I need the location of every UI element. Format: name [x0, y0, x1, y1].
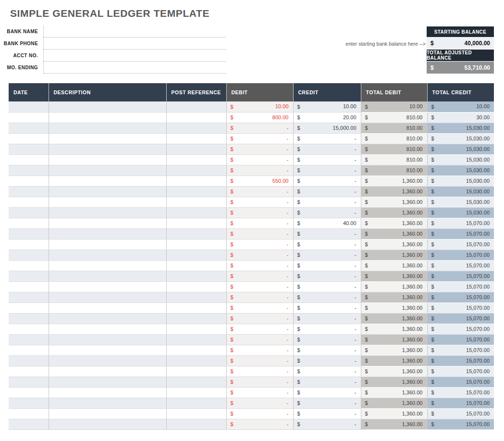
total-credit-cell[interactable]: $15,070.00 [427, 281, 494, 292]
total-debit-cell[interactable]: $810.00 [361, 154, 427, 165]
total-debit-cell[interactable]: $1,360.00 [361, 186, 427, 197]
credit-cell[interactable]: $- [293, 408, 361, 419]
debit-cell[interactable]: $- [226, 228, 293, 239]
credit-cell[interactable]: $- [293, 281, 361, 292]
description-cell[interactable] [49, 112, 166, 123]
description-cell[interactable] [49, 302, 166, 313]
credit-cell[interactable]: $- [293, 228, 361, 239]
description-cell[interactable] [49, 228, 166, 239]
total-credit-cell[interactable]: $15,070.00 [427, 345, 494, 355]
post-reference-cell[interactable] [166, 324, 226, 334]
total-credit-cell[interactable]: $15,070.00 [427, 387, 494, 398]
post-reference-cell[interactable] [166, 239, 226, 250]
date-cell[interactable] [9, 366, 49, 377]
column-header-post-reference[interactable]: POST REFERENCE [166, 83, 226, 101]
post-reference-cell[interactable] [166, 292, 226, 302]
post-reference-cell[interactable] [166, 176, 226, 186]
total-credit-cell[interactable]: $15,070.00 [427, 260, 494, 271]
description-cell[interactable] [49, 239, 166, 250]
total-debit-cell[interactable]: $1,360.00 [361, 218, 427, 228]
credit-cell[interactable]: $15,000.00 [293, 123, 361, 133]
total-debit-cell[interactable]: $810.00 [361, 112, 427, 123]
date-cell[interactable] [9, 197, 49, 207]
post-reference-cell[interactable] [166, 197, 226, 207]
post-reference-cell[interactable] [166, 154, 226, 165]
total-debit-cell[interactable]: $1,360.00 [361, 398, 427, 408]
debit-cell[interactable]: $- [226, 334, 293, 345]
total-credit-cell[interactable]: $15,070.00 [427, 377, 494, 387]
total-debit-cell[interactable]: $1,360.00 [361, 366, 427, 377]
debit-cell[interactable]: $- [226, 133, 293, 144]
description-cell[interactable] [49, 218, 166, 228]
debit-cell[interactable]: $- [226, 408, 293, 419]
total-debit-cell[interactable]: $1,360.00 [361, 260, 427, 271]
post-reference-cell[interactable] [166, 165, 226, 176]
date-cell[interactable] [9, 408, 49, 419]
total-debit-cell[interactable]: $1,360.00 [361, 281, 427, 292]
total-debit-cell[interactable]: $1,360.00 [361, 387, 427, 398]
total-debit-cell[interactable]: $810.00 [361, 144, 427, 154]
date-cell[interactable] [9, 176, 49, 186]
debit-cell[interactable]: $- [226, 144, 293, 154]
total-debit-cell[interactable]: $1,360.00 [361, 377, 427, 387]
total-credit-cell[interactable]: $15,070.00 [427, 324, 494, 334]
post-reference-cell[interactable] [166, 133, 226, 144]
bank-phone-input[interactable] [43, 38, 226, 50]
debit-cell[interactable]: $- [226, 313, 293, 324]
credit-cell[interactable]: $- [293, 165, 361, 176]
total-credit-cell[interactable]: $15,030.00 [427, 144, 494, 154]
debit-cell[interactable]: $- [226, 207, 293, 218]
debit-cell[interactable]: $- [226, 387, 293, 398]
description-cell[interactable] [49, 101, 166, 112]
credit-cell[interactable]: $- [293, 207, 361, 218]
description-cell[interactable] [49, 345, 166, 355]
column-header-total-credit[interactable]: TOTAL CREDIT [427, 83, 494, 101]
post-reference-cell[interactable] [166, 377, 226, 387]
description-cell[interactable] [49, 387, 166, 398]
total-credit-cell[interactable]: $15,070.00 [427, 218, 494, 228]
debit-cell[interactable]: $- [226, 292, 293, 302]
date-cell[interactable] [9, 239, 49, 250]
date-cell[interactable] [9, 133, 49, 144]
post-reference-cell[interactable] [166, 144, 226, 154]
debit-cell[interactable]: $- [226, 197, 293, 207]
description-cell[interactable] [49, 176, 166, 186]
credit-cell[interactable]: $- [293, 419, 361, 429]
date-cell[interactable] [9, 165, 49, 176]
date-cell[interactable] [9, 377, 49, 387]
total-credit-cell[interactable]: $15,070.00 [427, 366, 494, 377]
date-cell[interactable] [9, 398, 49, 408]
post-reference-cell[interactable] [166, 250, 226, 260]
total-debit-cell[interactable]: $1,360.00 [361, 324, 427, 334]
total-credit-cell[interactable]: $30.00 [427, 112, 494, 123]
total-credit-cell[interactable]: $15,070.00 [427, 313, 494, 324]
date-cell[interactable] [9, 123, 49, 133]
credit-cell[interactable]: $- [293, 292, 361, 302]
credit-cell[interactable]: $- [293, 377, 361, 387]
description-cell[interactable] [49, 313, 166, 324]
description-cell[interactable] [49, 366, 166, 377]
date-cell[interactable] [9, 334, 49, 345]
description-cell[interactable] [49, 165, 166, 176]
credit-cell[interactable]: $- [293, 250, 361, 260]
total-credit-cell[interactable]: $15,070.00 [427, 419, 494, 429]
total-debit-cell[interactable]: $1,360.00 [361, 334, 427, 345]
debit-cell[interactable]: $- [226, 123, 293, 133]
total-debit-cell[interactable]: $810.00 [361, 165, 427, 176]
credit-cell[interactable]: $- [293, 260, 361, 271]
description-cell[interactable] [49, 419, 166, 429]
mo-ending-input[interactable] [43, 62, 226, 74]
credit-cell[interactable]: $40.00 [293, 218, 361, 228]
total-debit-cell[interactable]: $1,360.00 [361, 250, 427, 260]
post-reference-cell[interactable] [166, 366, 226, 377]
credit-cell[interactable]: $- [293, 313, 361, 324]
total-credit-cell[interactable]: $15,070.00 [427, 250, 494, 260]
credit-cell[interactable]: $- [293, 186, 361, 197]
credit-cell[interactable]: $- [293, 398, 361, 408]
column-header-date[interactable]: DATE [9, 83, 49, 101]
description-cell[interactable] [49, 133, 166, 144]
debit-cell[interactable]: $550.00 [226, 176, 293, 186]
total-debit-cell[interactable]: $1,360.00 [361, 302, 427, 313]
total-credit-cell[interactable]: $15,070.00 [427, 398, 494, 408]
date-cell[interactable] [9, 345, 49, 355]
